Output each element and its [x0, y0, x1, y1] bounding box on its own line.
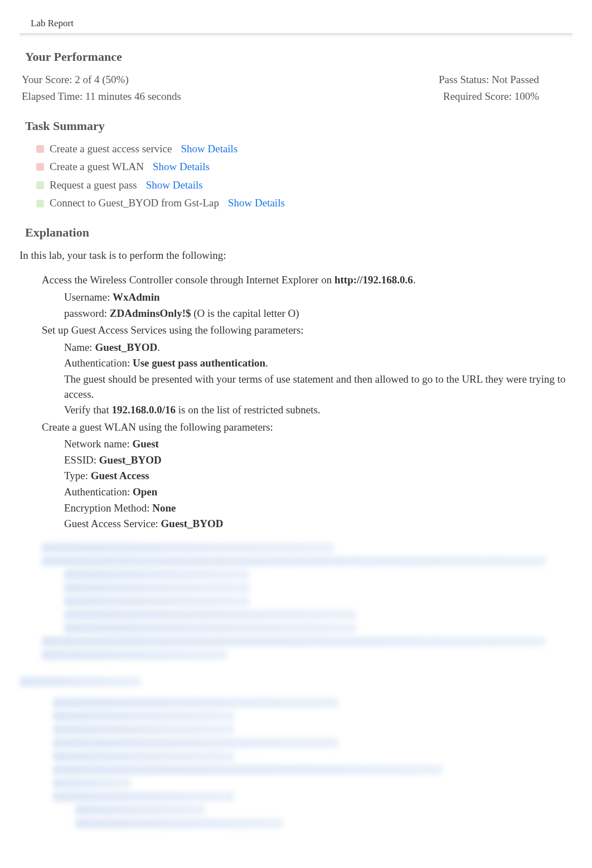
label: Authentication: — [64, 357, 133, 369]
performance-row-2: Elapsed Time: 11 minutes 46 seconds Requ… — [20, 89, 572, 104]
terms-row: The guest should be presented with your … — [64, 372, 572, 402]
name-value: Guest_BYOD — [95, 341, 157, 353]
explanation-heading: Explanation — [25, 224, 572, 242]
type-row: Type: Guest Access — [64, 469, 572, 484]
show-details-link[interactable]: Show Details — [181, 142, 237, 157]
auth-row: Authentication: Use guest pass authentic… — [64, 356, 572, 371]
obscured-content-3 — [53, 698, 572, 828]
performance-heading: Your Performance — [25, 49, 572, 66]
essid-row: ESSID: Guest_BYOD — [64, 453, 572, 468]
task-label: Connect to Guest_BYOD from Gst-Lap — [50, 196, 219, 211]
password-value: ZDAdminsOnly!$ — [110, 307, 191, 319]
auth-value: Use guest pass authentication — [133, 357, 265, 369]
task-list: Create a guest access service Show Detai… — [36, 142, 572, 211]
show-details-link[interactable]: Show Details — [146, 178, 203, 193]
label: ESSID: — [64, 454, 99, 466]
label: Network name: — [64, 438, 132, 450]
gas-row: Guest Access Service: Guest_BYOD — [64, 517, 572, 532]
blurred-line — [64, 596, 250, 606]
blurred-lines — [42, 543, 572, 660]
blurred-line — [42, 543, 334, 553]
show-details-link[interactable]: Show Details — [153, 160, 210, 175]
step-create-wlan: Create a guest WLAN using the following … — [42, 420, 572, 532]
task-label: Request a guest pass — [50, 178, 137, 193]
explanation-intro: In this lab, your task is to perform the… — [20, 248, 572, 263]
task-item: Create a guest access service Show Detai… — [36, 142, 572, 157]
blurred-line — [64, 610, 356, 620]
essid-value: Guest_BYOD — [99, 454, 162, 466]
task-label: Create a guest WLAN — [50, 160, 144, 175]
label: Encryption Method: — [64, 502, 152, 514]
status-pass-icon — [36, 181, 44, 189]
text: . — [413, 274, 416, 286]
blurred-line — [42, 636, 546, 647]
auth-value: Open — [133, 486, 157, 498]
subnet-value: 192.168.0.0/16 — [111, 404, 176, 416]
step-guest-access: Set up Guest Access Services using the f… — [42, 323, 572, 418]
show-details-link[interactable]: Show Details — [228, 196, 285, 211]
text: . — [157, 341, 160, 353]
explanation-list: Access the Wireless Controller console t… — [42, 273, 572, 532]
status-pass-icon — [36, 200, 44, 208]
wlan-params: Network name: Guest ESSID: Guest_BYOD Ty… — [64, 437, 572, 532]
credentials-list: Username: WxAdmin password: ZDAdminsOnly… — [64, 290, 572, 321]
blurred-line — [53, 751, 235, 761]
blurred-line — [64, 570, 250, 580]
blurred-line — [53, 698, 339, 708]
task-summary-heading: Task Summary — [25, 118, 572, 135]
gas-value: Guest_BYOD — [161, 518, 224, 529]
enc-row: Encryption Method: None — [64, 501, 572, 516]
obscured-content-2 — [20, 677, 572, 687]
step-access-controller: Access the Wireless Controller console t… — [42, 273, 572, 321]
divider-shadow — [20, 34, 572, 37]
username-value: WxAdmin — [113, 291, 159, 303]
label: Username: — [64, 291, 113, 303]
blurred-line — [42, 556, 546, 566]
elapsed-time: Elapsed Time: 11 minutes 46 seconds — [22, 89, 181, 104]
text: . — [265, 357, 268, 369]
label: Type: — [64, 470, 91, 481]
text: Verify that — [64, 404, 111, 416]
blurred-line — [42, 650, 227, 660]
blurred-line — [64, 583, 250, 593]
guest-access-params: Name: Guest_BYOD. Authentication: Use gu… — [64, 340, 572, 418]
label: password: — [64, 307, 110, 319]
blurred-line — [53, 711, 235, 721]
required-score: Required Score: 100% — [443, 89, 539, 104]
text: Set up Guest Access Services using the f… — [42, 324, 304, 336]
task-label: Create a guest access service — [50, 142, 172, 157]
network-row: Network name: Guest — [64, 437, 572, 452]
blurred-line — [53, 725, 235, 735]
network-value: Guest — [132, 438, 159, 450]
task-item: Request a guest pass Show Details — [36, 178, 572, 193]
pass-status: Pass Status: Not Passed — [439, 73, 539, 88]
blurred-line — [53, 792, 235, 802]
text: Create a guest WLAN using the following … — [42, 421, 273, 433]
blurred-line — [75, 805, 205, 815]
label: Guest Access Service: — [64, 518, 161, 529]
status-fail-icon — [36, 145, 44, 153]
score-label: Your Score: 2 of 4 (50%) — [22, 73, 129, 88]
text: Access the Wireless Controller console t… — [42, 274, 334, 286]
username-row: Username: WxAdmin — [64, 290, 572, 305]
url-value: http://192.168.0.6 — [334, 274, 413, 286]
password-note: (O is the capital letter O) — [191, 307, 299, 319]
obscured-content — [42, 543, 572, 660]
blurred-line — [53, 765, 443, 775]
auth-row: Authentication: Open — [64, 485, 572, 500]
name-row: Name: Guest_BYOD. — [64, 340, 572, 355]
blurred-line — [75, 818, 283, 828]
password-row: password: ZDAdminsOnly!$ (O is the capit… — [64, 306, 572, 321]
blurred-line — [53, 738, 339, 748]
task-item: Connect to Guest_BYOD from Gst-Lap Show … — [36, 196, 572, 211]
type-value: Guest Access — [91, 470, 149, 481]
performance-row-1: Your Score: 2 of 4 (50%) Pass Status: No… — [20, 73, 572, 88]
task-item: Create a guest WLAN Show Details — [36, 160, 572, 175]
blurred-line — [64, 623, 356, 633]
blurred-line — [53, 778, 131, 788]
doc-title: Lab Report — [31, 17, 572, 30]
label: Authentication: — [64, 486, 133, 498]
enc-value: None — [152, 502, 176, 514]
verify-row: Verify that 192.168.0.0/16 is on the lis… — [64, 403, 572, 418]
status-fail-icon — [36, 163, 44, 171]
